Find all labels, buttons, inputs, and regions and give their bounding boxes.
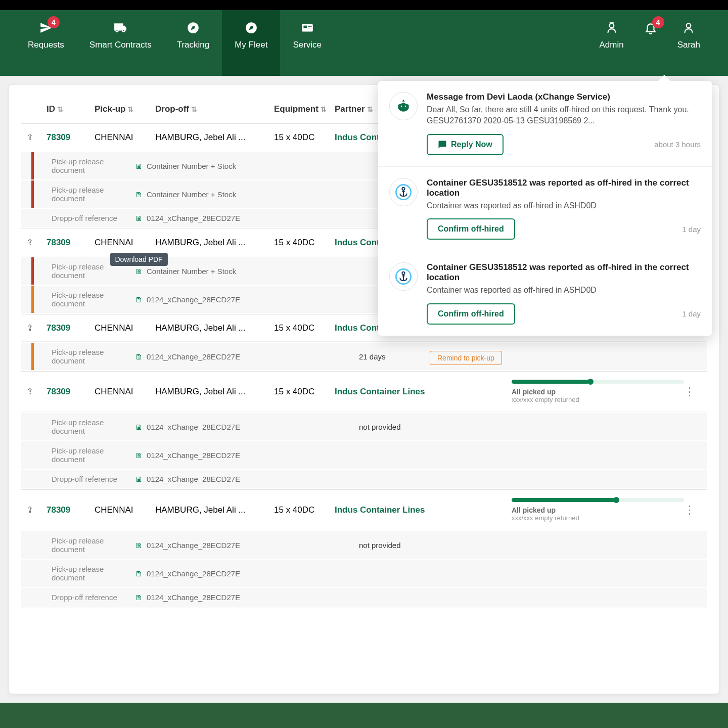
nav-label: Smart Contracts xyxy=(89,40,152,50)
notification-item[interactable]: Container GESU3518512 was reported as of… xyxy=(378,167,712,251)
file-icon[interactable]: 🗎 xyxy=(135,214,143,222)
doc-row: Dropp-off reference 🗎 0124_xChange_28ECD… xyxy=(21,470,707,488)
notif-title: Message from Devi Laoda (xChange Service… xyxy=(427,92,701,102)
row-id[interactable]: 78309 xyxy=(47,387,95,397)
svg-point-6 xyxy=(609,23,614,28)
doc-row: Pick-up release document 🗎 0124_xChange_… xyxy=(21,441,707,469)
notif-text: Container was reported as off-hired in A… xyxy=(427,285,701,296)
notification-item[interactable]: Container GESU3518512 was reported as of… xyxy=(378,251,712,335)
svg-rect-4 xyxy=(308,26,312,27)
anchor-icon xyxy=(389,262,418,291)
svg-rect-3 xyxy=(303,26,307,28)
row-id[interactable]: 78309 xyxy=(47,132,95,143)
row-id[interactable]: 78309 xyxy=(47,323,95,333)
kebab-menu[interactable]: ⋮ xyxy=(684,504,702,517)
doc-row: Dropp-off reference 🗎 0124_xChange_28ECD… xyxy=(21,588,707,607)
compass-icon xyxy=(187,19,200,35)
doc-row: Pick-up release document 🗎 0124_xChange_… xyxy=(21,560,707,587)
file-icon[interactable]: 🗎 xyxy=(135,569,143,578)
nav-label: My Fleet xyxy=(235,40,267,50)
header-dropoff[interactable]: Drop-off⇅ xyxy=(155,104,274,114)
expand-icon[interactable]: ⇪ xyxy=(26,237,47,248)
ship-icon xyxy=(389,92,418,120)
table-row[interactable]: ⇪ 78309 CHENNAI HAMBURG, Jebel Ali ... 1… xyxy=(21,490,707,530)
file-icon[interactable]: 🗎 xyxy=(135,451,143,460)
file-icon[interactable]: 🗎 Download PDF xyxy=(135,267,143,276)
nav-label: Requests xyxy=(28,40,64,50)
nav-requests[interactable]: 4 Requests xyxy=(15,10,77,76)
row-dropoff: HAMBURG, Jebel Ali ... xyxy=(155,505,274,515)
row-equipment: 15 x 40DC xyxy=(274,238,335,248)
expand-icon[interactable]: ⇪ xyxy=(26,505,47,515)
svg-point-9 xyxy=(405,106,406,107)
confirm-button[interactable]: Confirm off-hired xyxy=(427,303,515,325)
row-pickup: CHENNAI xyxy=(95,323,155,333)
row-dropoff: HAMBURG, Jebel Ali ... xyxy=(155,323,274,333)
header-pickup[interactable]: Pick-up⇅ xyxy=(95,104,155,114)
doc-row: Pick-up release document 🗎 0124_xChange_… xyxy=(21,343,707,370)
nav-notifications[interactable]: 4 xyxy=(636,10,665,76)
header-id[interactable]: ID⇅ xyxy=(47,104,95,114)
table-row[interactable]: ⇪ 78309 CHENNAI HAMBURG, Jebel Ali ... 1… xyxy=(21,372,707,412)
notif-title: Container GESU3518512 was reported as of… xyxy=(427,262,701,283)
row-equipment: 15 x 40DC xyxy=(274,132,335,143)
expand-icon[interactable]: ⇪ xyxy=(26,323,47,333)
nav-label: Sarah xyxy=(677,40,700,50)
nav-user[interactable]: Sarah xyxy=(665,10,713,76)
row-pickup: CHENNAI xyxy=(95,387,155,397)
doc-row: Pick-up release document 🗎 0124_xChange_… xyxy=(21,413,707,440)
notif-text: Dear All, So far, there are still 4 unit… xyxy=(427,104,701,127)
row-id[interactable]: 78309 xyxy=(47,238,95,248)
nav-admin[interactable]: Admin xyxy=(586,10,636,76)
remind-button[interactable]: Remind to pick-up xyxy=(430,351,502,365)
file-icon[interactable]: 🗎 xyxy=(135,475,143,483)
top-navigation: 4 Requests Smart Contracts Tracking My F… xyxy=(0,10,728,76)
notif-time: 1 day xyxy=(682,309,701,318)
notif-time: 1 day xyxy=(682,225,701,234)
bell-icon: 4 xyxy=(644,19,657,35)
row-partner[interactable]: Indus Container Lines xyxy=(335,387,446,397)
file-icon[interactable]: 🗎 xyxy=(135,162,143,170)
kebab-menu[interactable]: ⋮ xyxy=(684,385,702,398)
file-icon[interactable]: 🗎 xyxy=(135,593,143,602)
file-icon[interactable]: 🗎 xyxy=(135,190,143,199)
row-id[interactable]: 78309 xyxy=(47,505,95,515)
notifications-panel: Message from Devi Laoda (xChange Service… xyxy=(378,81,712,336)
nav-label: Service xyxy=(293,40,322,50)
nav-tracking[interactable]: Tracking xyxy=(164,10,222,76)
nav-service[interactable]: Service xyxy=(280,10,334,76)
nav-fleet[interactable]: My Fleet xyxy=(222,10,280,76)
svg-point-8 xyxy=(401,106,402,107)
notif-title: Container GESU3518512 was reported as of… xyxy=(427,178,701,198)
reply-button[interactable]: Reply Now xyxy=(427,134,504,155)
row-equipment: 15 x 40DC xyxy=(274,505,335,515)
row-pickup: CHENNAI xyxy=(95,505,155,515)
card-icon xyxy=(300,19,314,35)
notif-text: Container was reported as off-hired in A… xyxy=(427,200,701,211)
tooltip: Download PDF xyxy=(110,253,167,266)
user-icon xyxy=(682,19,695,35)
nav-contracts[interactable]: Smart Contracts xyxy=(77,10,164,76)
row-partner[interactable]: Indus Container Lines xyxy=(335,505,446,515)
notif-badge: 4 xyxy=(652,16,664,28)
file-icon[interactable]: 🗎 xyxy=(135,295,143,304)
confirm-button[interactable]: Confirm off-hired xyxy=(427,218,515,240)
row-dropoff: HAMBURG, Jebel Ali ... xyxy=(155,132,274,143)
file-icon[interactable]: 🗎 xyxy=(135,423,143,431)
row-equipment: 15 x 40DC xyxy=(274,387,335,397)
row-dropoff: HAMBURG, Jebel Ali ... xyxy=(155,387,274,397)
anchor-icon xyxy=(389,178,418,206)
progress-bar xyxy=(512,498,684,502)
header-equipment[interactable]: Equipment⇅ xyxy=(274,104,335,114)
truck-icon xyxy=(113,19,128,35)
notif-time: about 3 hours xyxy=(654,140,701,149)
row-dropoff: HAMBURG, Jebel Ali ... xyxy=(155,238,274,248)
row-pickup: CHENNAI xyxy=(95,238,155,248)
file-icon[interactable]: 🗎 xyxy=(135,352,143,361)
nav-label: Admin xyxy=(599,40,623,50)
expand-icon[interactable]: ⇪ xyxy=(26,386,47,397)
file-icon[interactable]: 🗎 xyxy=(135,541,143,550)
expand-icon[interactable]: ⇪ xyxy=(26,132,47,143)
svg-point-7 xyxy=(687,23,691,28)
notification-item[interactable]: Message from Devi Laoda (xChange Service… xyxy=(378,81,712,167)
